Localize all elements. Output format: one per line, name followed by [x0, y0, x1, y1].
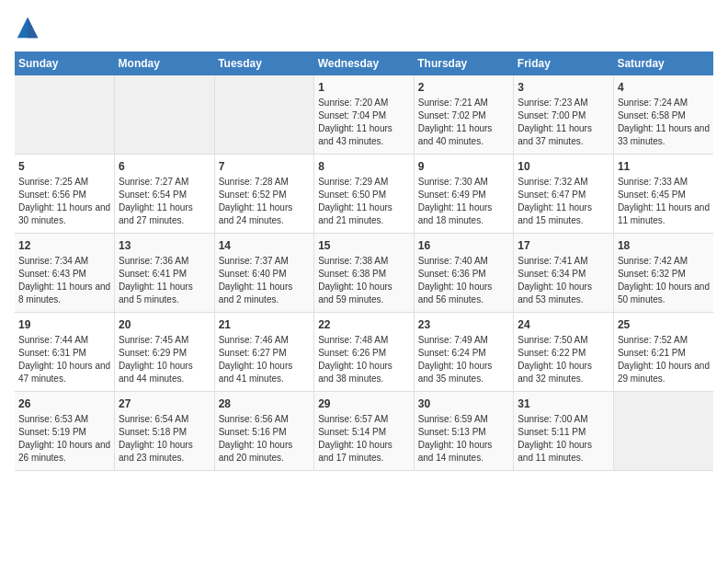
day-number: 18 [618, 239, 710, 252]
day-info: Sunrise: 7:36 AM Sunset: 6:41 PM Dayligh… [119, 255, 210, 306]
day-info: Sunrise: 7:34 AM Sunset: 6:43 PM Dayligh… [18, 255, 110, 306]
calendar-cell: 27Sunrise: 6:54 AM Sunset: 5:18 PM Dayli… [115, 392, 215, 471]
calendar-cell: 13Sunrise: 7:36 AM Sunset: 6:41 PM Dayli… [115, 234, 215, 313]
week-row-4: 19Sunrise: 7:44 AM Sunset: 6:31 PM Dayli… [15, 313, 713, 392]
calendar-cell: 26Sunrise: 6:53 AM Sunset: 5:19 PM Dayli… [15, 392, 115, 471]
day-info: Sunrise: 6:56 AM Sunset: 5:16 PM Dayligh… [219, 413, 311, 465]
day-number: 15 [318, 239, 410, 252]
day-header-tuesday: Tuesday [214, 52, 314, 75]
day-number: 29 [318, 397, 410, 410]
day-header-thursday: Thursday [414, 52, 514, 75]
day-info: Sunrise: 7:28 AM Sunset: 6:52 PM Dayligh… [219, 176, 311, 227]
day-info: Sunrise: 7:33 AM Sunset: 6:45 PM Dayligh… [618, 176, 710, 227]
week-row-3: 12Sunrise: 7:34 AM Sunset: 6:43 PM Dayli… [15, 234, 713, 313]
day-number: 16 [418, 239, 510, 252]
day-number: 1 [318, 81, 410, 94]
calendar-cell: 25Sunrise: 7:52 AM Sunset: 6:21 PM Dayli… [613, 313, 713, 392]
day-number: 9 [418, 160, 510, 173]
week-row-5: 26Sunrise: 6:53 AM Sunset: 5:19 PM Dayli… [15, 392, 713, 471]
calendar-cell: 2Sunrise: 7:21 AM Sunset: 7:02 PM Daylig… [414, 75, 514, 155]
calendar-cell: 31Sunrise: 7:00 AM Sunset: 5:11 PM Dayli… [514, 392, 614, 471]
day-info: Sunrise: 6:54 AM Sunset: 5:18 PM Dayligh… [119, 413, 210, 465]
day-header-monday: Monday [115, 52, 215, 75]
day-number: 6 [119, 160, 210, 173]
day-info: Sunrise: 7:48 AM Sunset: 6:26 PM Dayligh… [318, 334, 410, 385]
day-number: 14 [219, 239, 311, 252]
calendar-cell: 14Sunrise: 7:37 AM Sunset: 6:40 PM Dayli… [214, 234, 314, 313]
calendar-cell: 4Sunrise: 7:24 AM Sunset: 6:58 PM Daylig… [613, 75, 713, 155]
calendar-header: SundayMondayTuesdayWednesdayThursdayFrid… [15, 52, 713, 75]
day-number: 4 [618, 81, 710, 94]
day-number: 13 [119, 239, 210, 252]
calendar-cell: 21Sunrise: 7:46 AM Sunset: 6:27 PM Dayli… [214, 313, 314, 392]
logo [15, 15, 44, 40]
day-number: 7 [219, 160, 311, 173]
day-header-wednesday: Wednesday [314, 52, 415, 75]
calendar-cell: 6Sunrise: 7:27 AM Sunset: 6:54 PM Daylig… [115, 155, 215, 234]
day-info: Sunrise: 7:25 AM Sunset: 6:56 PM Dayligh… [18, 176, 110, 227]
day-info: Sunrise: 6:59 AM Sunset: 5:13 PM Dayligh… [418, 413, 510, 465]
calendar-cell: 22Sunrise: 7:48 AM Sunset: 6:26 PM Dayli… [314, 313, 415, 392]
day-number: 27 [119, 397, 210, 410]
day-number: 25 [618, 318, 710, 331]
day-info: Sunrise: 6:57 AM Sunset: 5:14 PM Dayligh… [318, 413, 410, 465]
day-number: 20 [119, 318, 210, 331]
day-info: Sunrise: 7:45 AM Sunset: 6:29 PM Dayligh… [119, 334, 210, 385]
calendar-cell: 15Sunrise: 7:38 AM Sunset: 6:38 PM Dayli… [314, 234, 415, 313]
calendar-cell: 24Sunrise: 7:50 AM Sunset: 6:22 PM Dayli… [514, 313, 614, 392]
calendar-cell: 19Sunrise: 7:44 AM Sunset: 6:31 PM Dayli… [15, 313, 115, 392]
day-info: Sunrise: 7:24 AM Sunset: 6:58 PM Dayligh… [618, 97, 710, 148]
calendar-cell: 18Sunrise: 7:42 AM Sunset: 6:32 PM Dayli… [613, 234, 713, 313]
calendar-cell [115, 75, 215, 155]
calendar-cell [613, 392, 713, 471]
calendar-cell: 7Sunrise: 7:28 AM Sunset: 6:52 PM Daylig… [214, 155, 314, 234]
calendar-cell [214, 75, 314, 155]
day-info: Sunrise: 7:32 AM Sunset: 6:47 PM Dayligh… [518, 176, 609, 227]
calendar-cell: 20Sunrise: 7:45 AM Sunset: 6:29 PM Dayli… [115, 313, 215, 392]
day-header-friday: Friday [514, 52, 614, 75]
week-row-1: 1Sunrise: 7:20 AM Sunset: 7:04 PM Daylig… [15, 75, 713, 155]
day-info: Sunrise: 7:29 AM Sunset: 6:50 PM Dayligh… [318, 176, 410, 227]
day-info: Sunrise: 7:49 AM Sunset: 6:24 PM Dayligh… [418, 334, 510, 385]
day-info: Sunrise: 7:50 AM Sunset: 6:22 PM Dayligh… [518, 334, 609, 385]
day-info: Sunrise: 7:52 AM Sunset: 6:21 PM Dayligh… [618, 334, 710, 385]
logo-icon [15, 15, 40, 40]
calendar-cell: 16Sunrise: 7:40 AM Sunset: 6:36 PM Dayli… [414, 234, 514, 313]
day-info: Sunrise: 7:30 AM Sunset: 6:49 PM Dayligh… [418, 176, 510, 227]
day-info: Sunrise: 7:27 AM Sunset: 6:54 PM Dayligh… [119, 176, 210, 227]
calendar-cell: 23Sunrise: 7:49 AM Sunset: 6:24 PM Dayli… [414, 313, 514, 392]
day-info: Sunrise: 7:42 AM Sunset: 6:32 PM Dayligh… [618, 255, 710, 306]
day-number: 30 [418, 397, 510, 410]
day-number: 8 [318, 160, 410, 173]
day-info: Sunrise: 6:53 AM Sunset: 5:19 PM Dayligh… [18, 413, 110, 465]
calendar-cell [15, 75, 115, 155]
day-number: 2 [418, 81, 510, 94]
day-info: Sunrise: 7:38 AM Sunset: 6:38 PM Dayligh… [318, 255, 410, 306]
day-info: Sunrise: 7:40 AM Sunset: 6:36 PM Dayligh… [418, 255, 510, 306]
day-info: Sunrise: 7:44 AM Sunset: 6:31 PM Dayligh… [18, 334, 110, 385]
day-number: 17 [518, 239, 609, 252]
day-info: Sunrise: 7:41 AM Sunset: 6:34 PM Dayligh… [518, 255, 609, 306]
svg-marker-1 [28, 17, 38, 38]
day-number: 10 [518, 160, 609, 173]
day-number: 31 [518, 397, 609, 410]
day-info: Sunrise: 7:46 AM Sunset: 6:27 PM Dayligh… [219, 334, 311, 385]
day-number: 22 [318, 318, 410, 331]
calendar-cell: 12Sunrise: 7:34 AM Sunset: 6:43 PM Dayli… [15, 234, 115, 313]
day-info: Sunrise: 7:20 AM Sunset: 7:04 PM Dayligh… [318, 97, 410, 148]
day-number: 5 [18, 160, 110, 173]
week-row-2: 5Sunrise: 7:25 AM Sunset: 6:56 PM Daylig… [15, 155, 713, 234]
calendar-cell: 29Sunrise: 6:57 AM Sunset: 5:14 PM Dayli… [314, 392, 415, 471]
page-header [15, 15, 713, 40]
calendar-cell: 10Sunrise: 7:32 AM Sunset: 6:47 PM Dayli… [514, 155, 614, 234]
calendar-cell: 28Sunrise: 6:56 AM Sunset: 5:16 PM Dayli… [214, 392, 314, 471]
calendar-cell: 17Sunrise: 7:41 AM Sunset: 6:34 PM Dayli… [514, 234, 614, 313]
day-info: Sunrise: 7:23 AM Sunset: 7:00 PM Dayligh… [518, 97, 609, 148]
calendar-table: SundayMondayTuesdayWednesdayThursdayFrid… [15, 52, 713, 471]
calendar-cell: 11Sunrise: 7:33 AM Sunset: 6:45 PM Dayli… [613, 155, 713, 234]
day-number: 3 [518, 81, 609, 94]
day-number: 24 [518, 318, 609, 331]
day-header-sunday: Sunday [15, 52, 115, 75]
calendar-cell: 9Sunrise: 7:30 AM Sunset: 6:49 PM Daylig… [414, 155, 514, 234]
day-number: 19 [18, 318, 110, 331]
